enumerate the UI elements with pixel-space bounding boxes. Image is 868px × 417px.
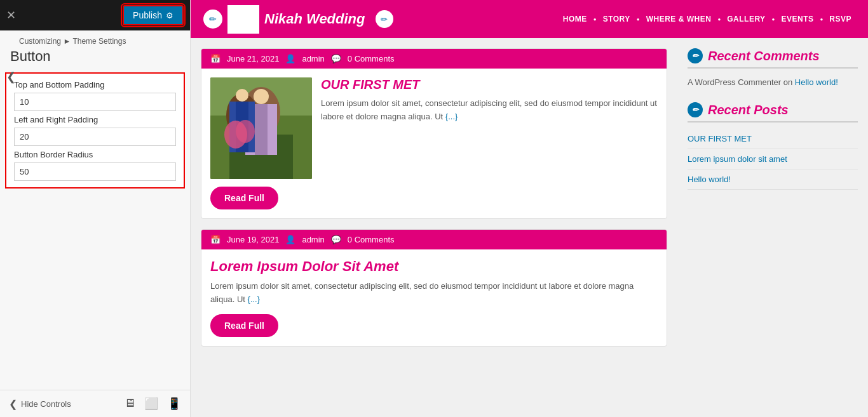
recent-posts-title: ✏ Recent Posts bbox=[688, 102, 858, 122]
recent-posts-edit-icon[interactable]: ✏ bbox=[688, 102, 703, 117]
post-thumbnail-1 bbox=[210, 77, 312, 179]
top-bar: ✕ Publish ⚙ bbox=[0, 0, 190, 30]
recent-comments-edit-icon[interactable]: ✏ bbox=[688, 48, 703, 63]
post-content-1: OUR FIRST MET Lorem ipsum dolor sit amet… bbox=[321, 77, 658, 179]
border-radius-label: Button Border Radius bbox=[14, 150, 176, 159]
main-nav: HOME ● STORY ● WHERE & WHEN ● GALLERY ● … bbox=[559, 15, 855, 23]
post-body-inner-1: OUR FIRST MET Lorem ipsum dolor sit amet… bbox=[210, 77, 658, 179]
panel-title: Button bbox=[0, 47, 190, 72]
comment-icon-2: 💬 bbox=[331, 235, 341, 244]
site-title: Nikah Wedding bbox=[264, 11, 365, 27]
breadcrumb-separator: ► bbox=[63, 37, 72, 46]
hide-chevron-icon: ❮ bbox=[9, 398, 17, 410]
post-date-2: June 19, 2021 bbox=[227, 235, 279, 244]
recent-post-3[interactable]: Hello world! bbox=[688, 169, 858, 190]
nav-gallery[interactable]: GALLERY bbox=[723, 15, 769, 23]
nav-rsvp[interactable]: RSVP bbox=[825, 15, 855, 23]
site-title-edit-icon[interactable]: ✏ bbox=[376, 10, 393, 28]
post-card-2: 📅 June 19, 2021 👤 admin 💬 0 Comments Lor… bbox=[201, 229, 667, 347]
left-right-label: Left and Right Padding bbox=[14, 115, 176, 124]
comment-icon-1: 💬 bbox=[331, 54, 341, 63]
calendar-icon-1: 📅 bbox=[210, 54, 220, 63]
svg-point-2 bbox=[236, 9, 241, 14]
post-meta-bar-2: 📅 June 19, 2021 👤 admin 💬 0 Comments bbox=[201, 230, 667, 249]
sidebar-column: ✏ Recent Comments A WordPress Commenter … bbox=[677, 38, 868, 417]
nav-story[interactable]: STORY bbox=[599, 15, 634, 23]
recent-comments-widget: ✏ Recent Comments A WordPress Commenter … bbox=[688, 48, 858, 89]
recent-post-2[interactable]: Lorem ipsum dolor sit amet bbox=[688, 149, 858, 169]
read-more-link-1[interactable]: {...} bbox=[445, 112, 458, 121]
post-title-1: OUR FIRST MET bbox=[321, 77, 658, 92]
post-excerpt-2: Lorem ipsum dolor sit amet, consectetur … bbox=[210, 280, 658, 307]
post-author-2: admin bbox=[302, 235, 324, 244]
gear-icon: ⚙ bbox=[166, 11, 173, 20]
device-icons: 🖥 ⬜ 📱 bbox=[124, 397, 181, 411]
hide-controls-label: Hide Controls bbox=[21, 399, 71, 409]
post-date-1: June 21, 2021 bbox=[227, 54, 279, 63]
footer-bar: ❮ Hide Controls 🖥 ⬜ 📱 bbox=[0, 390, 190, 417]
logo-area: ✏ Nikah Wedding ✏ bbox=[203, 5, 393, 34]
read-full-btn-1[interactable]: Read Full bbox=[210, 187, 278, 209]
recent-comments-title-text: Recent Comments bbox=[708, 49, 820, 63]
svg-point-12 bbox=[236, 89, 248, 102]
recent-comment-1: A WordPress Commenter on Hello world! bbox=[688, 75, 858, 89]
border-radius-field-group: Button Border Radius bbox=[14, 150, 176, 181]
back-button[interactable]: ❮ bbox=[6, 70, 16, 84]
left-right-input[interactable] bbox=[14, 128, 176, 146]
site-header: ✏ Nikah Wedding ✏ HOME ● STORY ● WHERE &… bbox=[191, 0, 868, 38]
post-excerpt-1: Lorem ipsum dolor sit amet, consectetur … bbox=[321, 97, 658, 124]
customizer-panel: ✕ Publish ⚙ ❮ Customizing ► Theme Settin… bbox=[0, 0, 191, 417]
top-bottom-field-group: Top and Bottom Padding bbox=[14, 80, 176, 111]
desktop-icon[interactable]: 🖥 bbox=[124, 397, 135, 411]
close-button[interactable]: ✕ bbox=[6, 8, 16, 22]
post-body-1: OUR FIRST MET Lorem ipsum dolor sit amet… bbox=[201, 69, 667, 218]
calendar-icon-2: 📅 bbox=[210, 235, 220, 244]
svg-point-16 bbox=[236, 120, 255, 143]
logo-edit-icon[interactable]: ✏ bbox=[203, 10, 222, 29]
svg-point-9 bbox=[254, 89, 269, 104]
breadcrumb-customizing[interactable]: Customizing bbox=[19, 37, 61, 46]
post-comments-2: 0 Comments bbox=[348, 235, 395, 244]
tablet-icon[interactable]: ⬜ bbox=[144, 397, 158, 411]
posts-column: 📅 June 21, 2021 👤 admin 💬 0 Comments bbox=[191, 38, 677, 417]
nav-events[interactable]: EVENTS bbox=[777, 15, 817, 23]
recent-post-1[interactable]: OUR FIRST MET bbox=[688, 129, 858, 149]
preview-area: ✏ Nikah Wedding ✏ HOME ● STORY ● WHERE &… bbox=[191, 0, 868, 417]
user-icon-2: 👤 bbox=[285, 235, 295, 244]
top-bottom-label: Top and Bottom Padding bbox=[14, 80, 176, 89]
user-icon-1: 👤 bbox=[285, 54, 295, 63]
mobile-icon[interactable]: 📱 bbox=[167, 397, 181, 411]
post-comments-1: 0 Comments bbox=[348, 54, 395, 63]
recent-posts-title-text: Recent Posts bbox=[708, 103, 789, 117]
recent-comments-title: ✏ Recent Comments bbox=[688, 48, 858, 69]
post-meta-bar-1: 📅 June 21, 2021 👤 admin 💬 0 Comments bbox=[201, 49, 667, 69]
post-card-1: 📅 June 21, 2021 👤 admin 💬 0 Comments bbox=[201, 48, 667, 219]
read-full-btn-2[interactable]: Read Full bbox=[210, 314, 278, 337]
post-author-1: admin bbox=[302, 54, 324, 63]
publish-button[interactable]: Publish ⚙ bbox=[123, 5, 184, 25]
publish-label: Publish bbox=[133, 10, 162, 20]
content-area: 📅 June 21, 2021 👤 admin 💬 0 Comments bbox=[191, 38, 868, 417]
border-radius-input[interactable] bbox=[14, 162, 176, 181]
svg-rect-11 bbox=[255, 104, 268, 155]
breadcrumb: Customizing ► Theme Settings bbox=[0, 30, 190, 47]
post-title-2: Lorem Ipsum Dolor Sit Amet bbox=[210, 258, 658, 275]
nav-where-when[interactable]: WHERE & WHEN bbox=[642, 15, 715, 23]
left-right-field-group: Left and Right Padding bbox=[14, 115, 176, 146]
comment-link-1[interactable]: Hello world! bbox=[795, 77, 838, 87]
logo-image bbox=[227, 5, 259, 34]
nav-home[interactable]: HOME bbox=[559, 15, 591, 23]
padding-settings-section: Top and Bottom Padding Left and Right Pa… bbox=[5, 72, 185, 189]
svg-point-3 bbox=[245, 8, 250, 13]
read-more-link-2[interactable]: {...} bbox=[248, 295, 261, 304]
top-bottom-input[interactable] bbox=[14, 93, 176, 111]
post-body-2: Lorem Ipsum Dolor Sit Amet Lorem ipsum d… bbox=[201, 249, 667, 346]
breadcrumb-theme-settings: Theme Settings bbox=[72, 37, 126, 46]
recent-posts-widget: ✏ Recent Posts OUR FIRST MET Lorem ipsum… bbox=[688, 102, 858, 190]
post-image-1 bbox=[210, 77, 312, 179]
hide-controls-button[interactable]: ❮ Hide Controls bbox=[9, 398, 71, 410]
